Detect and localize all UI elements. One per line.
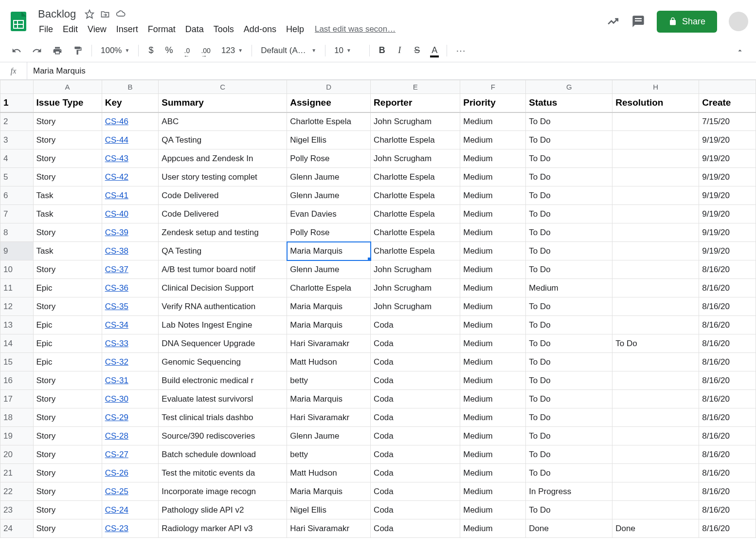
cell-reporter[interactable]: Coda — [371, 353, 460, 371]
header-cell-key[interactable]: Key — [102, 94, 159, 112]
cell-created[interactable]: 8/16/20 — [699, 334, 756, 353]
last-edit-link[interactable]: Last edit was secon… — [315, 24, 396, 34]
font-size-select[interactable]: 10▼ — [330, 44, 364, 57]
header-cell-resolution[interactable]: Resolution — [612, 94, 699, 112]
cell-summary[interactable]: A/B test tumor board notif — [159, 260, 287, 279]
cell-summary[interactable]: Evaluate latest survivorsl — [159, 390, 287, 408]
cell-type[interactable]: Story — [33, 501, 102, 519]
cell-resolution[interactable]: To Do — [612, 334, 699, 353]
cell-created[interactable]: 8/16/20 — [699, 260, 756, 279]
cell-resolution[interactable] — [612, 205, 699, 223]
currency-button[interactable]: $ — [144, 43, 158, 58]
header-cell-summary[interactable]: Summary — [159, 94, 287, 112]
cell-resolution[interactable] — [612, 353, 699, 371]
cell-priority[interactable]: Medium — [460, 316, 526, 334]
cell-key[interactable]: CS-23 — [102, 519, 159, 538]
cell-created[interactable]: 9/19/20 — [699, 242, 756, 260]
cell-created[interactable]: 8/16/20 — [699, 316, 756, 334]
menu-help[interactable]: Help — [282, 22, 308, 37]
menu-addons[interactable]: Add-ons — [240, 22, 280, 37]
cell-resolution[interactable] — [612, 371, 699, 390]
cell-resolution[interactable] — [612, 482, 699, 501]
cell-type[interactable]: Story — [33, 223, 102, 242]
cell-created[interactable]: 8/16/20 — [699, 501, 756, 519]
cell-type[interactable]: Story — [33, 371, 102, 390]
cell-assignee[interactable]: Glenn Jaume — [287, 168, 371, 186]
cell-resolution[interactable] — [612, 297, 699, 316]
print-button[interactable] — [49, 43, 66, 58]
cell-priority[interactable]: Medium — [460, 297, 526, 316]
cell-key[interactable]: CS-42 — [102, 168, 159, 186]
cell-resolution[interactable] — [612, 445, 699, 464]
column-header-D[interactable]: D — [287, 80, 371, 94]
percent-button[interactable]: % — [161, 43, 177, 58]
cell-status[interactable]: To Do — [526, 297, 612, 316]
cloud-status-icon[interactable] — [116, 9, 126, 19]
row-header-6[interactable]: 6 — [0, 186, 34, 205]
cell-resolution[interactable] — [612, 223, 699, 242]
header-cell-reporter[interactable]: Reporter — [371, 94, 460, 112]
cell-reporter[interactable]: Coda — [371, 501, 460, 519]
cell-reporter[interactable]: Charlotte Espela — [371, 205, 460, 223]
cell-type[interactable]: Epic — [33, 279, 102, 297]
cell-reporter[interactable]: Charlotte Espela — [371, 186, 460, 205]
cell-created[interactable]: 8/16/20 — [699, 427, 756, 445]
header-cell-assignee[interactable]: Assignee — [287, 94, 371, 112]
cell-summary[interactable]: Test clinical trials dashbo — [159, 408, 287, 427]
cell-key[interactable]: CS-43 — [102, 149, 159, 168]
cell-created[interactable]: 8/16/20 — [699, 519, 756, 538]
cell-type[interactable]: Story — [33, 112, 102, 131]
row-header-5[interactable]: 5 — [0, 168, 34, 186]
cell-type[interactable]: Task — [33, 186, 102, 205]
cell-priority[interactable]: Medium — [460, 223, 526, 242]
cell-reporter[interactable]: Coda — [371, 482, 460, 501]
row-header-1[interactable]: 1 — [0, 94, 34, 112]
row-header-13[interactable]: 13 — [0, 316, 34, 334]
cell-key[interactable]: CS-24 — [102, 501, 159, 519]
cell-created[interactable]: 8/16/20 — [699, 445, 756, 464]
cell-assignee[interactable]: Matt Hudson — [287, 353, 371, 371]
cell-priority[interactable]: Medium — [460, 427, 526, 445]
cell-resolution[interactable] — [612, 427, 699, 445]
cell-created[interactable]: 8/16/20 — [699, 390, 756, 408]
column-header-C[interactable]: C — [159, 80, 287, 94]
cell-priority[interactable]: Medium — [460, 242, 526, 260]
cell-key[interactable]: CS-25 — [102, 482, 159, 501]
italic-button[interactable]: I — [392, 43, 407, 58]
cell-created[interactable]: 8/16/20 — [699, 353, 756, 371]
cell-resolution[interactable] — [612, 501, 699, 519]
cell-created[interactable]: 8/16/20 — [699, 371, 756, 390]
cell-created[interactable]: 9/19/20 — [699, 149, 756, 168]
cell-reporter[interactable]: John Scrugham — [371, 149, 460, 168]
font-select[interactable]: Default (Ari…▼ — [257, 44, 320, 57]
header-cell-priority[interactable]: Priority — [460, 94, 526, 112]
cell-priority[interactable]: Medium — [460, 501, 526, 519]
user-avatar[interactable] — [729, 12, 748, 31]
bold-button[interactable]: B — [375, 43, 389, 58]
row-header-18[interactable]: 18 — [0, 408, 34, 427]
cell-status[interactable]: To Do — [526, 501, 612, 519]
cell-summary[interactable]: Lab Notes Ingest Engine — [159, 316, 287, 334]
cell-summary[interactable]: Radiology marker API v3 — [159, 519, 287, 538]
cell-type[interactable]: Story — [33, 408, 102, 427]
cell-status[interactable]: To Do — [526, 223, 612, 242]
cell-status[interactable]: To Do — [526, 316, 612, 334]
cell-type[interactable]: Story — [33, 445, 102, 464]
cell-reporter[interactable]: John Scrugham — [371, 260, 460, 279]
row-header-22[interactable]: 22 — [0, 482, 34, 501]
cell-summary[interactable]: Build electronic medical r — [159, 371, 287, 390]
cell-summary[interactable]: DNA Sequencer Upgrade — [159, 334, 287, 353]
menu-format[interactable]: Format — [144, 22, 180, 37]
strikethrough-button[interactable]: S — [410, 43, 424, 58]
cell-status[interactable]: To Do — [526, 334, 612, 353]
cell-assignee[interactable]: Evan Davies — [287, 205, 371, 223]
row-header-14[interactable]: 14 — [0, 334, 34, 353]
cell-status[interactable]: To Do — [526, 168, 612, 186]
cell-status[interactable]: To Do — [526, 445, 612, 464]
cell-key[interactable]: CS-39 — [102, 223, 159, 242]
comments-icon[interactable] — [631, 15, 645, 28]
cell-assignee[interactable]: betty — [287, 371, 371, 390]
cell-status[interactable]: To Do — [526, 464, 612, 482]
cell-priority[interactable]: Medium — [460, 519, 526, 538]
cell-assignee[interactable]: Charlotte Espela — [287, 279, 371, 297]
